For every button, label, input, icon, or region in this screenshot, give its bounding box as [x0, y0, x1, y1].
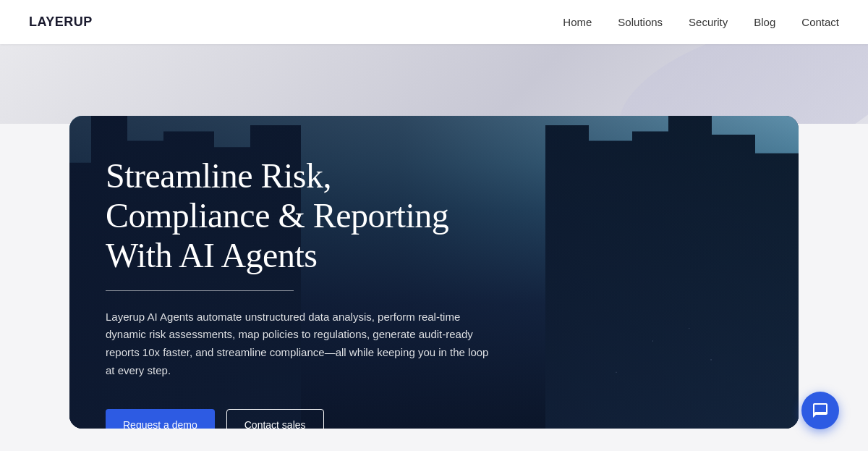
nav-item-blog[interactable]: Blog [754, 16, 775, 28]
hero-section: Streamline Risk, Compliance & Reporting … [69, 116, 799, 429]
nav-item-solutions[interactable]: Solutions [618, 16, 663, 28]
hero-description: Layerup AI Agents automate unstructured … [106, 308, 496, 380]
request-demo-button[interactable]: Request a demo [106, 409, 215, 429]
hero-buttons: Request a demo Contact sales [106, 409, 496, 429]
chat-button[interactable] [801, 392, 839, 429]
nav-item-security[interactable]: Security [689, 16, 728, 28]
hero-title: Streamline Risk, Compliance & Reporting … [106, 156, 496, 276]
hero-content: Streamline Risk, Compliance & Reporting … [69, 116, 532, 429]
logo[interactable]: LAYERUP [29, 14, 93, 30]
nav-item-contact[interactable]: Contact [801, 16, 839, 28]
nav-item-home[interactable]: Home [563, 16, 592, 28]
contact-sales-button[interactable]: Contact sales [226, 409, 324, 429]
chat-icon [812, 402, 829, 419]
header: LAYERUP Home Solutions Security Blog Con… [0, 0, 868, 44]
background-decoration [0, 44, 868, 124]
hero-divider [106, 290, 294, 291]
navigation: Home Solutions Security Blog Contact [563, 16, 839, 28]
